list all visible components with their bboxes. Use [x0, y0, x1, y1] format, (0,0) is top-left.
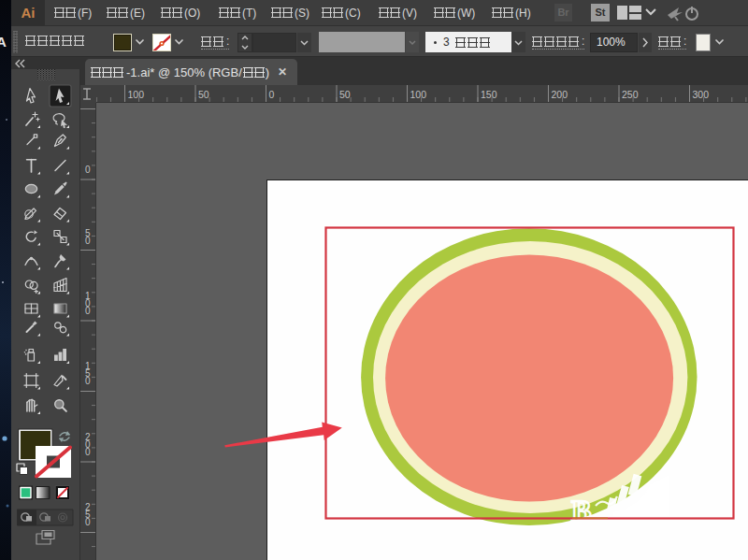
svg-text:100: 100: [128, 89, 145, 100]
svg-text:0: 0: [85, 376, 91, 386]
svg-text:0: 0: [85, 447, 91, 457]
svg-text:0: 0: [85, 165, 91, 175]
svg-text:100: 100: [410, 89, 427, 100]
svg-text:200: 200: [552, 89, 568, 100]
svg-text:50: 50: [198, 89, 209, 100]
svg-text:0: 0: [85, 517, 91, 527]
svg-text:250: 250: [622, 89, 639, 100]
svg-text:50: 50: [339, 89, 351, 100]
svg-text:0: 0: [85, 236, 91, 246]
svg-text:300: 300: [693, 89, 710, 100]
svg-text:150: 150: [481, 89, 497, 100]
svg-text:0: 0: [85, 306, 91, 316]
svg-text:0: 0: [269, 89, 275, 100]
